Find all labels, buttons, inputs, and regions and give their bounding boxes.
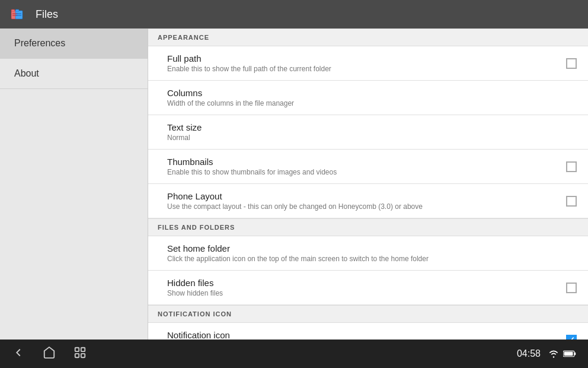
setting-title-text-size: Text size	[167, 122, 579, 132]
setting-item-hidden-files[interactable]: Hidden filesShow hidden files	[148, 271, 588, 305]
setting-item-notification-icon-item[interactable]: Notification iconThis allows you to quic…	[148, 323, 588, 340]
checkbox-hidden-files[interactable]	[564, 281, 579, 295]
setting-desc-phone-layout: Use the compact layout - this can only b…	[167, 202, 564, 211]
top-bar: Files	[0, 0, 588, 28]
svg-rect-1	[11, 9, 15, 11]
nav-buttons	[12, 346, 87, 362]
setting-title-hidden-files: Hidden files	[167, 278, 564, 288]
sidebar-item-about[interactable]: About	[0, 59, 148, 89]
svg-rect-8	[75, 347, 79, 351]
setting-desc-thumbnails: Enable this to show thumbnails for image…	[167, 168, 564, 176]
checkbox-notification-icon-item[interactable]	[564, 333, 579, 340]
home-button[interactable]	[43, 346, 56, 362]
setting-item-columns: ColumnsWidth of the columns in the file …	[148, 81, 588, 115]
status-right: 04:58	[517, 348, 576, 359]
setting-title-set-home-folder: Set home folder	[167, 243, 579, 253]
svg-rect-3	[15, 9, 19, 11]
section-header-appearance: APPEARANCE	[148, 28, 588, 46]
time-display: 04:58	[517, 348, 541, 359]
setting-desc-hidden-files: Show hidden files	[167, 289, 564, 297]
setting-item-thumbnails[interactable]: ThumbnailsEnable this to show thumbnails…	[148, 150, 588, 184]
sidebar-item-preferences[interactable]: Preferences	[0, 28, 148, 59]
svg-rect-9	[81, 347, 85, 351]
settings-panel: APPEARANCEFull pathEnable this to show t…	[148, 28, 588, 340]
battery-icon	[563, 350, 576, 358]
checkbox-full-path[interactable]	[564, 56, 579, 71]
wifi-icon	[548, 349, 560, 359]
setting-item-text-size: Text sizeNormal	[148, 115, 588, 150]
recents-button[interactable]	[74, 346, 87, 362]
main-content: Preferences About APPEARANCEFull pathEna…	[0, 28, 588, 340]
setting-desc-columns: Width of the columns in the file manager	[167, 99, 579, 107]
setting-item-full-path[interactable]: Full pathEnable this to show the full pa…	[148, 46, 588, 81]
setting-title-phone-layout: Phone Layout	[167, 191, 564, 201]
svg-rect-13	[574, 353, 576, 356]
setting-desc-set-home-folder: Click the application icon on the top of…	[167, 255, 579, 263]
app-icon	[9, 5, 28, 24]
checkbox-thumbnails[interactable]	[564, 160, 579, 174]
sidebar: Preferences About	[0, 28, 148, 340]
setting-title-full-path: Full path	[167, 53, 564, 64]
setting-title-notification-icon-item: Notification icon	[167, 330, 564, 340]
setting-title-thumbnails: Thumbnails	[167, 157, 564, 167]
setting-title-columns: Columns	[167, 88, 579, 98]
section-header-notification-icon: NOTIFICATION ICON	[148, 305, 588, 323]
section-header-files-and-folders: FILES AND FOLDERS	[148, 218, 588, 236]
app-title: Files	[36, 8, 58, 21]
checkbox-phone-layout[interactable]	[564, 194, 579, 208]
status-icons	[548, 349, 576, 359]
svg-rect-2	[15, 11, 23, 19]
svg-rect-14	[564, 352, 573, 356]
setting-desc-text-size: Normal	[167, 134, 579, 142]
back-button[interactable]	[12, 346, 25, 362]
svg-rect-11	[81, 353, 85, 357]
setting-item-set-home-folder: Set home folderClick the application ico…	[148, 236, 588, 271]
bottom-bar: 04:58	[0, 340, 588, 368]
setting-desc-full-path: Enable this to show the full path of the…	[167, 65, 564, 73]
svg-rect-10	[75, 353, 79, 357]
setting-item-phone-layout[interactable]: Phone LayoutUse the compact layout - thi…	[148, 184, 588, 218]
